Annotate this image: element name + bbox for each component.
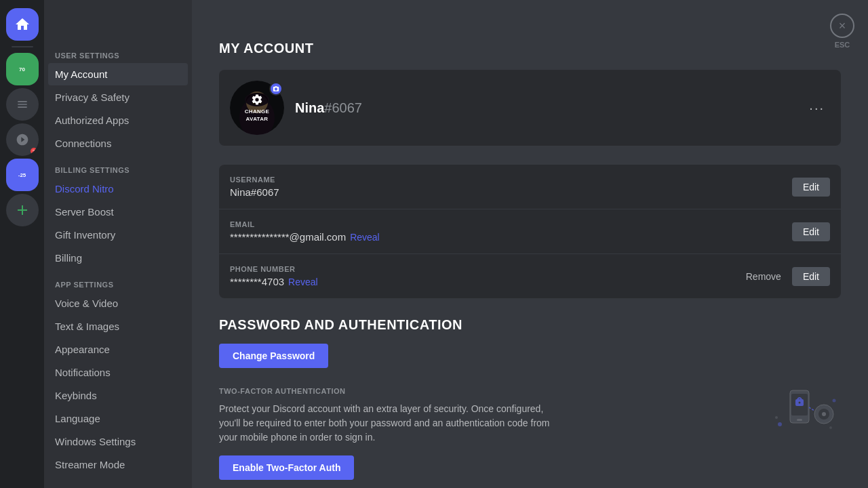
password-section-title: Password and Authentication xyxy=(219,317,841,333)
svg-point-18 xyxy=(829,426,832,429)
server-divider xyxy=(12,46,33,47)
avatar-wrapper[interactable]: CHANGE AVATAR xyxy=(230,81,284,135)
server-icon-4[interactable]: -25 xyxy=(6,159,39,191)
two-factor-section: Two-Factor Authentication Protect your D… xyxy=(219,387,841,480)
server-icon-1[interactable]: 70 xyxy=(6,53,39,85)
username-field-left: Username Nina#6067 xyxy=(230,176,781,198)
two-factor-label: Two-Factor Authentication xyxy=(219,387,753,395)
email-field-left: Email ***************@gmail.comReveal xyxy=(230,220,781,243)
change-password-button[interactable]: Change Password xyxy=(219,344,328,368)
two-factor-content: Two-Factor Authentication Protect your D… xyxy=(219,387,753,480)
svg-line-14 xyxy=(809,407,814,411)
svg-point-17 xyxy=(833,399,836,403)
email-label: Email xyxy=(230,220,781,228)
nav-discord-nitro[interactable]: Discord Nitro xyxy=(48,178,188,200)
server-icon-5[interactable] xyxy=(6,194,39,226)
two-factor-description: Protect your Discord account with an ext… xyxy=(219,402,558,445)
page-title: My Account xyxy=(219,41,841,56)
svg-point-15 xyxy=(778,422,782,426)
esc-label: ESC xyxy=(835,41,850,49)
settings-sidebar: User Settings My Account Privacy & Safet… xyxy=(44,0,192,488)
nav-windows-settings[interactable]: Windows Settings xyxy=(48,430,188,453)
phone-value: ********4703Reveal xyxy=(230,276,730,287)
server-icon-2[interactable] xyxy=(6,88,39,121)
email-reveal-link[interactable]: Reveal xyxy=(350,232,380,243)
close-button-area: × ESC xyxy=(830,14,854,49)
nav-notifications[interactable]: Notifications xyxy=(48,361,188,384)
nav-language[interactable]: Language xyxy=(48,407,188,430)
username-actions: Edit xyxy=(792,178,830,197)
phone-edit-button[interactable]: Edit xyxy=(792,267,830,286)
phone-actions: Remove Edit xyxy=(741,267,830,286)
email-edit-button[interactable]: Edit xyxy=(792,222,830,241)
phone-field-left: Phone Number ********4703Reveal xyxy=(230,265,730,287)
email-value: ***************@gmail.comReveal xyxy=(230,231,781,243)
username-edit-button[interactable]: Edit xyxy=(792,178,830,197)
nav-streamer-mode[interactable]: Streamer Mode xyxy=(48,453,188,476)
svg-point-13 xyxy=(822,412,826,416)
settings-overlay: User Settings My Account Privacy & Safet… xyxy=(44,0,868,488)
account-fields-card: Username Nina#6067 Edit Email **********… xyxy=(219,165,841,298)
phone-reveal-link[interactable]: Reveal xyxy=(288,277,318,287)
email-actions: Edit xyxy=(792,222,830,241)
svg-rect-8 xyxy=(797,419,802,421)
billing-settings-label: Billing Settings xyxy=(48,155,188,177)
profile-card: CHANGE AVATAR Nina#6067 ··· xyxy=(219,70,841,146)
username-label: Username xyxy=(230,176,781,184)
username-field-row: Username Nina#6067 Edit xyxy=(219,165,841,209)
profile-more-options-button[interactable]: ··· xyxy=(804,98,830,117)
nav-server-boost[interactable]: Server Boost xyxy=(48,201,188,223)
nav-billing[interactable]: Billing xyxy=(48,247,188,269)
nav-text-images[interactable]: Text & Images xyxy=(48,315,188,338)
close-settings-button[interactable]: × xyxy=(830,14,854,38)
nav-privacy-safety[interactable]: Privacy & Safety xyxy=(48,86,188,108)
app-settings-label: App Settings xyxy=(48,270,188,291)
nav-voice-video[interactable]: Voice & Video xyxy=(48,292,188,314)
email-field-row: Email ***************@gmail.comReveal Ed… xyxy=(219,209,841,254)
phone-field-row: Phone Number ********4703Reveal Remove E… xyxy=(219,254,841,298)
nav-appearance[interactable]: Appearance xyxy=(48,338,188,361)
home-server-icon[interactable] xyxy=(6,8,39,41)
gaming-settings-label: Gaming Settings xyxy=(48,476,188,488)
username-value: Nina#6067 xyxy=(230,186,781,198)
nav-connections[interactable]: Connections xyxy=(48,132,188,155)
nav-authorized-apps[interactable]: Authorized Apps xyxy=(48,109,188,131)
nav-my-account[interactable]: My Account xyxy=(48,63,188,85)
user-settings-label: User Settings xyxy=(48,41,188,62)
server-list: 70 2 -25 xyxy=(0,0,44,226)
svg-point-10 xyxy=(799,402,801,404)
profile-display-name: Nina#6067 xyxy=(295,100,793,116)
svg-point-16 xyxy=(775,416,778,419)
nav-keybinds[interactable]: Keybinds xyxy=(48,384,188,407)
phone-label: Phone Number xyxy=(230,265,730,273)
server-icon-3[interactable]: 2 xyxy=(6,123,39,156)
server-panel: 70 2 -25 xyxy=(0,0,44,488)
phone-remove-button[interactable]: Remove xyxy=(741,267,787,286)
two-factor-illustration xyxy=(766,387,841,444)
settings-main-content: My Account xyxy=(192,0,868,488)
camera-badge-icon xyxy=(269,82,283,96)
nav-gift-inventory[interactable]: Gift Inventory xyxy=(48,224,188,246)
enable-2fa-button[interactable]: Enable Two-Factor Auth xyxy=(219,455,354,480)
